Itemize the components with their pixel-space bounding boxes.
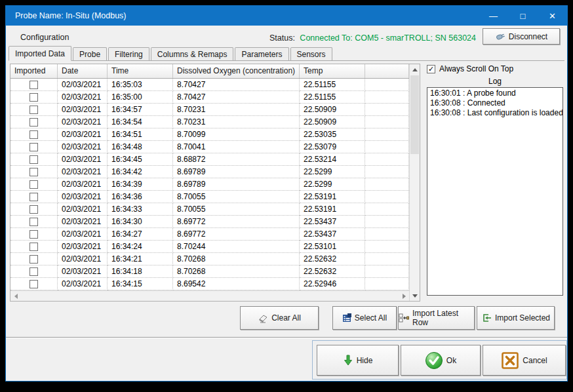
select-all-button[interactable]: Select All [332,306,397,330]
log-listbox[interactable]: 16:30:01 : A probe found16:30:08 : Conne… [427,87,563,296]
oxygen-cell: 8.69772 [173,216,300,228]
import-row-icon [399,313,409,323]
scroll-down-icon[interactable] [410,290,420,301]
plug-icon [495,33,505,41]
filler-cell [365,228,409,241]
table-row: 02/03/202116:34:158.6954222.52946 [10,278,409,290]
tab-imported-data[interactable]: Imported Data [9,46,71,61]
time-cell: 16:34:24 [108,241,173,253]
table-row: 02/03/202116:34:188.7026822.52632 [10,265,409,278]
oxygen-cell: 8.70427 [173,91,300,104]
row-import-checkbox[interactable] [30,218,38,226]
table-row: 02/03/202116:34:218.7026822.52632 [10,253,409,265]
oxygen-cell: 8.68872 [173,153,300,166]
column-header-3[interactable]: Dissolved Oxygen (concentration) [173,64,300,79]
import-latest-row-button[interactable]: Import Latest Row [398,306,475,330]
cancel-button[interactable]: Cancel [483,345,566,376]
row-import-checkbox[interactable] [30,155,38,164]
titlebar[interactable]: Probe Name: In-Situ (Modbus) — □ ✕ [6,6,567,26]
imported-cell [10,166,58,178]
tab-columns-remaps[interactable]: Columns & Remaps [151,47,234,60]
date-cell: 02/03/2021 [58,91,108,104]
oxygen-cell: 8.69789 [173,178,300,191]
time-cell: 16:34:57 [108,104,173,116]
vertical-scrollbar[interactable] [409,64,420,301]
date-cell: 02/03/2021 [58,79,108,91]
row-import-checkbox[interactable] [30,255,38,264]
tab-probe[interactable]: Probe [73,47,107,60]
row-import-checkbox[interactable] [30,267,38,276]
date-cell: 02/03/2021 [58,265,108,278]
row-import-checkbox[interactable] [30,205,38,214]
filler-cell [365,153,409,166]
filler-cell [365,91,409,104]
column-header-4[interactable]: Temp [300,64,365,79]
temp-cell: 22.5299 [300,178,365,191]
table-row: 02/03/202116:34:308.6977222.53437 [10,216,409,228]
time-cell: 16:34:54 [108,116,173,128]
tab-filtering[interactable]: Filtering [108,47,149,60]
down-arrow-icon [343,355,353,366]
row-import-checkbox[interactable] [30,180,38,189]
import-arrow-icon [481,313,492,323]
row-import-checkbox[interactable] [30,106,38,114]
close-button[interactable]: ✕ [538,6,567,26]
column-header-1[interactable]: Date [58,64,108,79]
temp-cell: 22.51155 [300,79,365,91]
column-header-0[interactable]: Imported [10,64,58,79]
row-import-checkbox[interactable] [30,143,38,151]
row-import-checkbox[interactable] [30,130,38,139]
autoscroll-label: Always Scroll On Top [439,64,513,73]
hide-button[interactable]: Hide [317,345,399,376]
filler-cell [365,278,409,290]
scroll-left-icon[interactable] [10,291,21,302]
import-selected-button[interactable]: Import Selected [477,306,555,330]
disconnect-button[interactable]: Disconnect [483,28,560,45]
tab-parameters[interactable]: Parameters [235,47,288,60]
cancel-x-icon [501,351,519,370]
temp-cell: 22.51155 [300,91,365,104]
imported-cell [10,79,58,91]
time-cell: 16:34:21 [108,253,173,265]
table-row: 02/03/202116:34:248.7024422.53101 [10,241,409,253]
time-cell: 16:34:39 [108,178,173,191]
log-panel: ✓ Always Scroll On Top Log 16:30:01 : A … [427,64,563,296]
maximize-button[interactable]: □ [508,6,538,26]
column-header-filler [365,64,409,79]
temp-cell: 22.53191 [300,191,365,203]
window-controls: — □ ✕ [479,6,567,26]
minimize-button[interactable]: — [479,6,508,26]
list-grid-icon [342,313,351,323]
row-import-checkbox[interactable] [30,230,38,239]
column-header-2[interactable]: Time [108,64,173,79]
scroll-up-icon[interactable] [410,64,420,75]
filler-cell [365,241,409,253]
time-cell: 16:34:42 [108,166,173,178]
tab-sensors[interactable]: Sensors [290,47,332,60]
ok-button[interactable]: Ok [401,345,481,376]
probe-dialog-window: Probe Name: In-Situ (Modbus) — □ ✕ Confi… [5,5,568,382]
imported-cell [10,216,58,228]
select-all-label: Select All [355,313,387,323]
row-import-checkbox[interactable] [30,118,38,127]
date-cell: 02/03/2021 [58,178,108,191]
row-import-checkbox[interactable] [30,243,38,251]
horizontal-scrollbar[interactable] [10,290,409,301]
scroll-right-icon[interactable] [399,291,409,302]
date-cell: 02/03/2021 [58,228,108,241]
clear-all-button[interactable]: Clear All [240,306,319,330]
row-import-checkbox[interactable] [30,280,38,288]
row-import-checkbox[interactable] [30,193,38,201]
table-row: 02/03/202116:34:488.7004122.53079 [10,141,409,153]
temp-cell: 22.50909 [300,104,365,116]
imported-cell [10,253,58,265]
row-import-checkbox[interactable] [30,81,38,89]
log-entry: 16:30:01 : A probe found [430,88,560,98]
filler-cell [365,104,409,116]
time-cell: 16:34:15 [108,278,173,290]
row-import-checkbox[interactable] [30,168,38,176]
vertical-scrollbar-thumb[interactable] [410,75,419,154]
row-import-checkbox[interactable] [30,93,38,102]
cancel-label: Cancel [523,356,547,365]
autoscroll-checkbox[interactable]: ✓ [427,65,435,73]
